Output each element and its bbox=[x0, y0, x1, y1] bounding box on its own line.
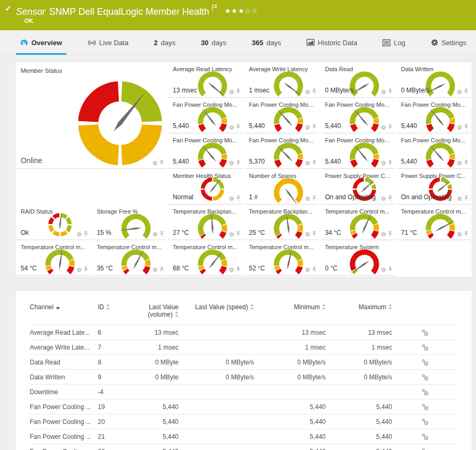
column-header-last-value-volume[interactable]: Last Value (volume) bbox=[128, 300, 178, 325]
gear-icon[interactable] bbox=[305, 267, 310, 273]
gauge-title: Temperature Control m... bbox=[97, 244, 162, 250]
pin-icon[interactable] bbox=[464, 159, 469, 166]
gauge-cell-icons bbox=[381, 88, 393, 95]
gear-icon[interactable] bbox=[229, 160, 234, 166]
cell-maximum: 1 msec bbox=[326, 340, 392, 355]
gear-icon[interactable] bbox=[229, 196, 234, 201]
channel-settings-icon[interactable] bbox=[392, 325, 457, 340]
channel-settings-icon[interactable] bbox=[392, 340, 457, 355]
pin-icon[interactable] bbox=[236, 231, 241, 237]
gear-icon[interactable] bbox=[229, 89, 234, 95]
channel-settings-icon[interactable] bbox=[392, 414, 457, 429]
gear-icon[interactable] bbox=[381, 125, 386, 130]
gear-icon[interactable] bbox=[457, 232, 462, 237]
pin-icon[interactable] bbox=[83, 231, 88, 237]
gear-icon[interactable] bbox=[381, 89, 386, 95]
pin-icon[interactable] bbox=[464, 88, 469, 95]
gear-icon[interactable] bbox=[457, 160, 462, 166]
pin-icon[interactable] bbox=[312, 266, 317, 273]
channel-settings-icon[interactable] bbox=[392, 400, 457, 414]
tab-settings[interactable]: Settings bbox=[427, 30, 471, 55]
pin-icon[interactable] bbox=[236, 266, 241, 273]
pin-icon[interactable] bbox=[236, 88, 241, 95]
cell-id: 6 bbox=[98, 325, 128, 340]
gear-icon[interactable] bbox=[305, 125, 310, 130]
pin-icon[interactable] bbox=[159, 231, 164, 237]
pin-icon[interactable] bbox=[236, 195, 241, 201]
pin-icon[interactable] bbox=[83, 266, 88, 273]
pin-icon[interactable] bbox=[464, 124, 469, 130]
gear-icon[interactable] bbox=[152, 160, 158, 166]
pin-icon[interactable] bbox=[159, 266, 164, 273]
gear-icon[interactable] bbox=[152, 267, 158, 273]
gauge-value: Normal bbox=[173, 193, 193, 201]
gear-icon[interactable] bbox=[152, 232, 158, 237]
gauge-title: RAID Status bbox=[21, 208, 53, 215]
gear-icon[interactable] bbox=[457, 196, 462, 201]
column-header-maximum[interactable]: Maximum bbox=[326, 300, 392, 325]
gear-icon[interactable] bbox=[457, 125, 462, 130]
gauge-value: 68 °C bbox=[173, 265, 189, 272]
pin-icon[interactable] bbox=[464, 231, 469, 237]
gear-icon[interactable] bbox=[381, 160, 386, 166]
gear-icon[interactable] bbox=[229, 267, 234, 273]
tab-2-days[interactable]: 2days bbox=[150, 30, 180, 55]
channel-settings-icon[interactable] bbox=[392, 370, 457, 385]
cell-last-value-speed: 0 MByte/s bbox=[178, 355, 254, 370]
gauge-cell-icons bbox=[152, 159, 164, 166]
sort-icon bbox=[250, 304, 254, 310]
tab-log[interactable]: Log bbox=[378, 30, 410, 55]
gear-icon[interactable] bbox=[229, 125, 234, 130]
pin-icon[interactable] bbox=[464, 195, 469, 201]
gauge-cell-fan-power-cooling-mo: Fan Power Cooling Mo...5,440 bbox=[245, 99, 319, 133]
channel-settings-icon[interactable] bbox=[392, 429, 457, 444]
pin-icon[interactable] bbox=[388, 88, 393, 95]
cell-last-value-speed bbox=[178, 325, 254, 340]
tab-overview[interactable]: Overview bbox=[16, 30, 66, 55]
tab-365-days[interactable]: 365days bbox=[248, 30, 285, 55]
priority-stars[interactable]: ★★★☆☆ bbox=[225, 7, 258, 15]
gear-icon[interactable] bbox=[381, 232, 386, 237]
pin-icon[interactable] bbox=[236, 159, 241, 166]
column-header-id[interactable]: ID bbox=[98, 300, 128, 325]
tab-live-data[interactable]: Live Data bbox=[83, 30, 133, 55]
gear-icon[interactable] bbox=[229, 232, 234, 237]
pin-icon[interactable] bbox=[312, 231, 317, 237]
pin-icon[interactable] bbox=[312, 124, 317, 130]
channel-settings-icon[interactable] bbox=[392, 444, 457, 450]
gear-icon[interactable] bbox=[305, 232, 310, 237]
column-header-minimum[interactable]: Minimum bbox=[254, 300, 326, 325]
gear-icon[interactable] bbox=[76, 232, 82, 237]
column-header-last-value-speed[interactable]: Last Value (speed) bbox=[178, 300, 254, 325]
tab-label: Historic Data bbox=[318, 39, 357, 47]
gear-icon[interactable] bbox=[381, 267, 386, 273]
pin-icon[interactable] bbox=[312, 88, 317, 95]
cell-id: 20 bbox=[98, 414, 128, 429]
pin-icon[interactable] bbox=[159, 159, 164, 166]
gear-icon[interactable] bbox=[76, 267, 82, 273]
column-header-channel[interactable]: Channel bbox=[30, 300, 98, 325]
gauge-value: Ok bbox=[21, 229, 29, 236]
gear-icon[interactable] bbox=[457, 89, 462, 95]
pin-icon[interactable] bbox=[388, 159, 393, 166]
pin-icon[interactable] bbox=[312, 159, 317, 166]
gauges-grid: Member StatusOnlineAverage Read Latency1… bbox=[16, 63, 471, 276]
cell-id: 19 bbox=[98, 400, 128, 414]
gear-icon[interactable] bbox=[381, 196, 386, 201]
channel-settings-icon[interactable] bbox=[392, 355, 457, 370]
pin-icon[interactable] bbox=[388, 266, 393, 273]
pin-icon[interactable] bbox=[388, 195, 393, 201]
table-row: Data Written90 MByte0 MByte/s0 MByte/s0 … bbox=[30, 370, 457, 385]
gear-icon[interactable] bbox=[305, 89, 310, 95]
pin-icon[interactable] bbox=[236, 124, 241, 130]
channels-table: ChannelIDLast Value (volume)Last Value (… bbox=[30, 300, 457, 450]
pin-icon[interactable] bbox=[312, 195, 317, 201]
gear-icon[interactable] bbox=[305, 196, 310, 201]
pin-icon[interactable] bbox=[388, 124, 393, 130]
tab-30-days[interactable]: 30days bbox=[197, 30, 231, 55]
pin-icon[interactable] bbox=[388, 231, 393, 237]
gear-icon[interactable] bbox=[305, 160, 310, 166]
flag-icon[interactable] bbox=[212, 3, 217, 14]
tab-historic-data[interactable]: Historic Data bbox=[302, 30, 361, 55]
channel-settings-icon[interactable] bbox=[392, 385, 457, 400]
